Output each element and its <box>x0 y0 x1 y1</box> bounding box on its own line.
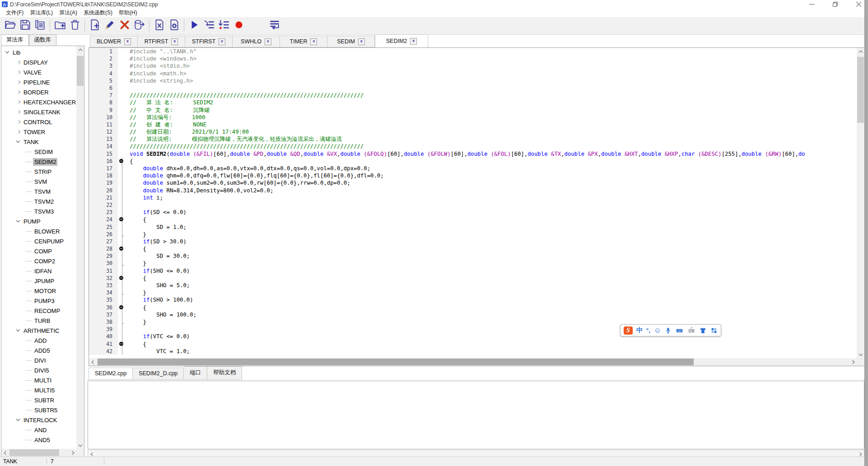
tree-item-SVM[interactable]: SVM <box>1 177 76 186</box>
tab-close-icon[interactable]: x <box>410 38 417 45</box>
sogou-logo-icon[interactable]: S <box>624 326 633 335</box>
tree-item-SUBTR5[interactable]: SUBTR5 <box>1 405 76 415</box>
fold-marker-icon[interactable] <box>119 159 123 163</box>
tab-close-icon[interactable]: x <box>265 38 271 45</box>
paste-stack-button[interactable] <box>33 19 47 33</box>
tree-item-ADD[interactable]: ADD <box>1 336 76 345</box>
tree-item-INTERLOCK[interactable]: INTERLOCK <box>1 415 76 425</box>
tree-item-TSVM2[interactable]: TSVM2 <box>1 196 76 206</box>
tree-item-PUMP3[interactable]: PUMP3 <box>1 296 76 306</box>
menu-item-4[interactable]: 帮助(H) <box>116 9 140 17</box>
run-button[interactable] <box>187 19 201 33</box>
close-icon[interactable] <box>854 1 863 8</box>
trash-button[interactable] <box>67 19 82 33</box>
file-tab-帮助文档[interactable]: 帮助文档 <box>207 366 242 380</box>
chevron-right-icon[interactable] <box>15 128 22 135</box>
tree-item-CONTROL[interactable]: CONTROL <box>1 117 76 127</box>
tab-SWHLO[interactable]: SWHLOx <box>233 36 280 47</box>
chevron-right-icon[interactable] <box>15 89 22 96</box>
save-button[interactable] <box>18 19 33 33</box>
step-list-button[interactable] <box>216 19 231 33</box>
code-area[interactable]: 1#include "..\TANK.h"2#include <windows.… <box>89 48 857 358</box>
scrollbar-thumb[interactable] <box>77 56 84 86</box>
scrollbar-thumb[interactable] <box>9 449 59 456</box>
chevron-right-icon[interactable] <box>15 98 22 106</box>
tree-item-TANK[interactable]: TANK <box>1 137 76 147</box>
tab-close-icon[interactable]: x <box>124 38 131 45</box>
tree-item-ADD5[interactable]: ADD5 <box>1 345 76 355</box>
tree-item-CENPUMP[interactable]: CENPUMP <box>1 236 76 246</box>
edit-pencil-button[interactable] <box>102 19 117 33</box>
toolbox-icon[interactable] <box>710 326 718 335</box>
handwriting-icon[interactable] <box>687 326 695 335</box>
scroll-left-icon[interactable] <box>1 449 9 457</box>
tab-TIMER[interactable]: TIMERx <box>280 36 327 47</box>
chevron-down-icon[interactable] <box>15 218 22 225</box>
delete-x-button[interactable] <box>117 19 132 33</box>
chevron-down-icon[interactable] <box>15 416 22 424</box>
chevron-right-icon[interactable] <box>15 69 22 76</box>
scroll-right-icon[interactable] <box>69 449 76 457</box>
tree-item-DIVI5[interactable]: DIVI5 <box>1 365 76 375</box>
chevron-down-icon[interactable] <box>15 327 22 334</box>
emoji-icon[interactable]: ☺ <box>654 326 661 335</box>
tree-item-TURB[interactable]: TURB <box>1 316 76 326</box>
fold-marker-icon[interactable] <box>119 305 123 309</box>
tree-item-SEDIM2[interactable]: SEDIM2 <box>1 157 76 167</box>
tree-item-TOWER[interactable]: TOWER <box>1 127 76 137</box>
scroll-down-icon[interactable] <box>76 441 84 449</box>
chevron-down-icon[interactable] <box>4 49 11 56</box>
tree-item-Lib[interactable]: Lib <box>1 47 76 57</box>
tree-item-SUBTR[interactable]: SUBTR <box>1 395 76 405</box>
sogou-ime-bar[interactable]: S中°,☺ <box>620 324 721 336</box>
tab-close-icon[interactable]: x <box>171 38 178 45</box>
step-into-button[interactable] <box>201 19 216 33</box>
tab-SEDIM[interactable]: SEDIMx <box>327 36 375 47</box>
tree-item-VALVE[interactable]: VALVE <box>1 67 76 77</box>
tree-item-RECOMP[interactable]: RECOMP <box>1 306 76 316</box>
tab-STFIRST[interactable]: STFIRSTx <box>185 36 233 47</box>
tree-item-TSVM[interactable]: TSVM <box>1 186 76 196</box>
menu-item-1[interactable]: 算法库(L) <box>27 9 56 17</box>
sidebar-tab-1[interactable]: 函数库 <box>29 34 57 46</box>
fold-marker-icon[interactable] <box>119 217 123 221</box>
chevron-right-icon[interactable] <box>15 59 22 66</box>
file-add-button[interactable] <box>87 19 102 33</box>
tree-item-TSVM3[interactable]: TSVM3 <box>1 206 76 216</box>
library-tree[interactable]: LibDISPLAYVALVEPIPELINEBORDERHEATEXCHANG… <box>1 47 76 448</box>
scroll-right-icon[interactable] <box>849 358 857 366</box>
file-wrench-button[interactable] <box>152 19 167 33</box>
output-list-button[interactable] <box>267 19 282 33</box>
tree-item-AND[interactable]: AND <box>1 425 76 435</box>
minimize-icon[interactable] <box>807 1 817 8</box>
file-tab-端口[interactable]: 端口 <box>184 366 207 380</box>
scrollbar-thumb[interactable] <box>857 57 864 123</box>
output-panel[interactable] <box>88 381 864 449</box>
tree-item-COMP[interactable]: COMP <box>1 246 76 256</box>
tree-horizontal-scrollbar[interactable] <box>1 449 76 457</box>
mic-icon[interactable] <box>665 326 672 335</box>
file-tab-SEDIM2.cpp[interactable]: SEDIM2.cpp <box>89 368 133 380</box>
tree-item-SEDIM[interactable]: SEDIM <box>1 147 76 157</box>
fold-marker-icon[interactable] <box>119 247 123 251</box>
tab-close-icon[interactable]: x <box>310 38 317 45</box>
tree-item-PIPELINE[interactable]: PIPELINE <box>1 77 76 87</box>
scroll-left-icon[interactable] <box>89 358 97 366</box>
punctuation-icon[interactable]: °, <box>646 326 650 335</box>
tree-item-IDFAN[interactable]: IDFAN <box>1 266 76 276</box>
tree-item-BLOWER[interactable]: BLOWER <box>1 226 76 236</box>
tree-item-PUMP[interactable]: PUMP <box>1 216 76 226</box>
tree-item-DISPLAY[interactable]: DISPLAY <box>1 57 76 67</box>
scroll-up-icon[interactable] <box>76 46 84 54</box>
tab-SEDIM2[interactable]: SEDIM2x <box>375 34 428 47</box>
tree-item-BORDER[interactable]: BORDER <box>1 87 76 97</box>
restore-icon[interactable] <box>830 1 840 8</box>
code-editor[interactable]: 1#include "..\TANK.h"2#include <windows.… <box>89 47 865 366</box>
keyboard-icon[interactable] <box>675 326 684 335</box>
scrollbar-thumb[interactable] <box>98 359 694 365</box>
scroll-down-icon[interactable] <box>857 350 864 358</box>
tree-item-COMP2[interactable]: COMP2 <box>1 256 76 266</box>
tree-item-SINGLETANK[interactable]: SINGLETANK <box>1 107 76 117</box>
fold-marker-icon[interactable] <box>119 276 123 280</box>
file-tab-SEDIM2_D.cpp[interactable]: SEDIM2_D.cpp <box>133 368 184 380</box>
